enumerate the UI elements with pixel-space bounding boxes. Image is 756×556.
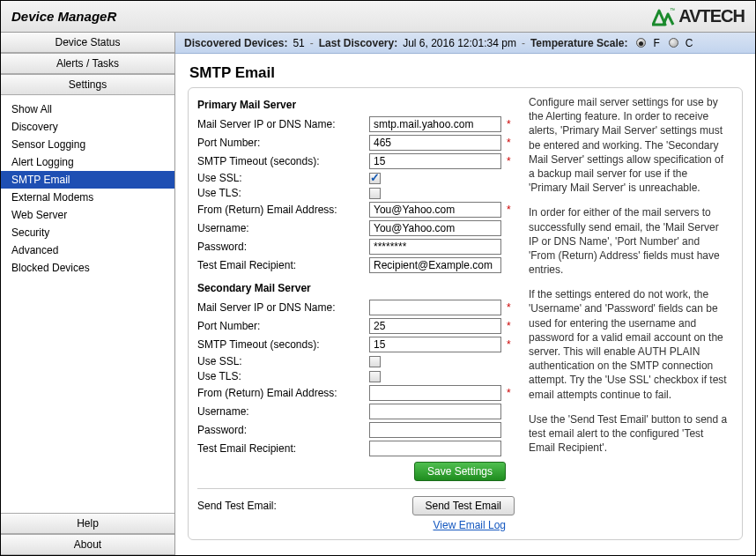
primary-user-input[interactable] (369, 220, 501, 236)
primary-timeout-input[interactable] (369, 153, 501, 169)
brand-text: AVTECH (678, 6, 745, 26)
secondary-user-label: Username: (197, 405, 369, 418)
required-marker: * (507, 338, 511, 351)
temp-scale-f-label: F (653, 37, 659, 49)
secondary-port-label: Port Number: (197, 320, 369, 332)
secondary-pass-label: Password: (197, 424, 369, 436)
nav-item-external-modems[interactable]: External Modems (1, 189, 174, 206)
secondary-dns-label: Mail Server IP or DNS Name: (197, 301, 369, 314)
primary-timeout-label: SMTP Timeout (seconds): (197, 155, 369, 167)
save-settings-button[interactable]: Save Settings (414, 462, 506, 481)
primary-ssl-label: Use SSL: (197, 172, 369, 184)
secondary-from-label: From (Return) Email Address: (197, 387, 369, 399)
required-marker: * (507, 137, 511, 149)
last-discovery-label: Last Discovery: (319, 37, 397, 49)
main-area: Discovered Devices: 51 - Last Discovery:… (175, 33, 755, 555)
last-discovery-value: Jul 6, 2016 12:01:34 pm (403, 37, 516, 49)
help-para-4: Use the 'Send Test Email' button to send… (529, 412, 728, 456)
temp-scale-label: Temperature Scale: (530, 37, 628, 49)
nav-item-security[interactable]: Security (1, 224, 174, 241)
primary-recipient-label: Test Email Recipient: (197, 259, 369, 271)
primary-user-label: Username: (197, 222, 369, 234)
send-test-label: Send Test Email: (197, 500, 352, 512)
primary-from-label: From (Return) Email Address: (197, 204, 369, 216)
primary-recipient-input[interactable] (369, 257, 501, 273)
primary-port-input[interactable] (369, 135, 501, 151)
nav-item-discovery[interactable]: Discovery (1, 118, 174, 136)
status-sep-2: - (522, 37, 525, 49)
nav-footer-help[interactable]: Help (1, 513, 174, 534)
nav-item-smtp-email[interactable]: SMTP Email (1, 171, 174, 189)
secondary-timeout-label: SMTP Timeout (seconds): (197, 338, 369, 351)
required-marker: * (507, 320, 511, 332)
secondary-tls-label: Use TLS: (197, 370, 369, 382)
nav-item-sensor-logging[interactable]: Sensor Logging (1, 136, 174, 153)
divider (197, 488, 506, 489)
secondary-ssl-checkbox[interactable] (369, 356, 381, 367)
secondary-recipient-input[interactable] (369, 441, 501, 456)
temp-scale-f-radio[interactable] (636, 38, 646, 48)
primary-ssl-checkbox[interactable] (369, 173, 381, 184)
secondary-ssl-label: Use SSL: (197, 355, 369, 367)
nav-item-web-server[interactable]: Web Server (1, 206, 174, 224)
help-para-2: In order for either of the mail servers … (529, 205, 728, 277)
primary-tls-label: Use TLS: (197, 187, 369, 199)
page-title: SMTP Email (175, 54, 755, 87)
secondary-timeout-input[interactable] (369, 337, 501, 352)
form-column: Primary Mail Server Mail Server IP or DN… (197, 95, 515, 531)
send-test-email-button[interactable]: Send Test Email (412, 496, 515, 515)
required-marker: * (507, 387, 511, 399)
help-para-3: If the settings entered do not work, the… (529, 287, 728, 402)
required-marker: * (507, 155, 511, 167)
primary-dns-label: Mail Server IP or DNS Name: (197, 118, 369, 130)
temp-scale-c-label: C (686, 37, 693, 49)
secondary-dns-input[interactable] (369, 300, 501, 315)
app-header: Device ManageR ™ AVTECH (1, 1, 755, 33)
nav-header-device-status[interactable]: Device Status (1, 33, 174, 53)
svg-text:™: ™ (670, 7, 675, 13)
primary-tls-checkbox[interactable] (369, 188, 381, 199)
primary-dns-input[interactable] (369, 116, 501, 132)
discovered-value: 51 (293, 37, 304, 49)
nav-item-blocked-devices[interactable]: Blocked Devices (1, 259, 174, 277)
nav-footer-about[interactable]: About (1, 534, 174, 555)
app-title: Device ManageR (11, 9, 116, 24)
nav-item-show-all[interactable]: Show All (1, 100, 174, 118)
secondary-from-input[interactable] (369, 385, 501, 401)
primary-port-label: Port Number: (197, 137, 369, 149)
secondary-tls-checkbox[interactable] (369, 371, 381, 382)
brand-logo: ™ AVTECH (652, 6, 745, 26)
status-sep-1: - (310, 37, 314, 49)
help-text: Configure mail server settings for use b… (529, 95, 742, 531)
help-para-1: Configure mail server settings for use b… (529, 95, 728, 195)
primary-pass-input[interactable] (369, 239, 501, 255)
nav-item-advanced[interactable]: Advanced (1, 241, 174, 259)
secondary-user-input[interactable] (369, 404, 501, 419)
brand-mark-icon: ™ (652, 7, 675, 26)
required-marker: * (507, 301, 511, 314)
required-marker: * (507, 204, 511, 216)
status-bar: Discovered Devices: 51 - Last Discovery:… (175, 33, 755, 54)
primary-pass-label: Password: (197, 241, 369, 253)
settings-nav-list: Show All Discovery Sensor Logging Alert … (1, 95, 174, 412)
sidebar: Device Status Alerts / Tasks Settings Sh… (1, 33, 175, 555)
primary-from-input[interactable] (369, 202, 501, 218)
primary-section-title: Primary Mail Server (197, 99, 515, 111)
nav-item-alert-logging[interactable]: Alert Logging (1, 153, 174, 171)
smtp-panel: Primary Mail Server Mail Server IP or DN… (188, 87, 743, 540)
secondary-recipient-label: Test Email Recipient: (197, 442, 369, 455)
secondary-section-title: Secondary Mail Server (197, 282, 515, 294)
nav-header-alerts-tasks[interactable]: Alerts / Tasks (1, 53, 174, 74)
nav-header-settings[interactable]: Settings (1, 74, 174, 95)
secondary-pass-input[interactable] (369, 422, 501, 438)
required-marker: * (507, 118, 511, 130)
discovered-label: Discovered Devices: (184, 37, 287, 49)
temp-scale-c-radio[interactable] (669, 38, 678, 48)
secondary-port-input[interactable] (369, 318, 501, 334)
view-email-log-link[interactable]: View Email Log (434, 519, 507, 531)
